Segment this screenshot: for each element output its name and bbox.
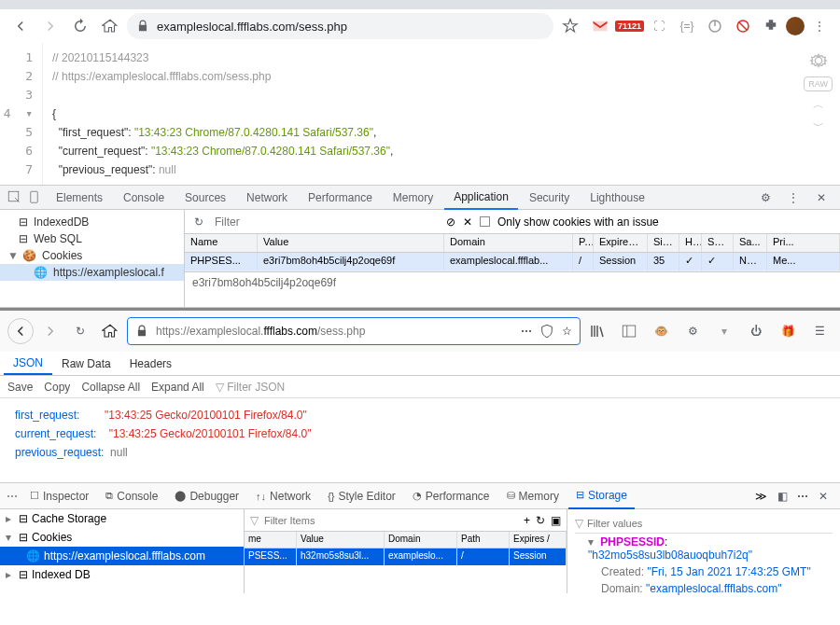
- tab-headers[interactable]: Headers: [120, 352, 181, 375]
- power-icon[interactable]: ⏻: [743, 318, 769, 344]
- star-icon[interactable]: [557, 13, 583, 39]
- ext-icon-3[interactable]: ▾: [711, 318, 737, 344]
- tab-raw[interactable]: Raw Data: [52, 352, 120, 375]
- tree-indexeddb[interactable]: ⊟ IndexedDB: [0, 214, 184, 230]
- th-path[interactable]: Path: [457, 532, 510, 548]
- th-expires[interactable]: Expires /: [510, 532, 567, 548]
- add-icon[interactable]: +: [524, 514, 530, 527]
- dock-icon[interactable]: ◧: [769, 483, 795, 509]
- shield-icon[interactable]: [539, 324, 554, 339]
- clear-icon[interactable]: ✕: [463, 215, 472, 229]
- device-icon[interactable]: [26, 185, 45, 211]
- ext-icon-1[interactable]: ⛶: [646, 13, 672, 39]
- home-button[interactable]: [97, 318, 123, 344]
- th-secure[interactable]: Sec...: [702, 234, 734, 252]
- filter-items-input[interactable]: [264, 515, 518, 526]
- th-size[interactable]: Size: [648, 234, 679, 252]
- tree-cookie-domain[interactable]: 🌐 https://exampleslocal.f: [0, 264, 184, 281]
- menu-icon[interactable]: ☰: [806, 318, 833, 344]
- tree-cache[interactable]: ▸⊟ Cache Storage: [0, 509, 244, 528]
- address-bar[interactable]: exampleslocal.ffflabs.com/sess.php: [127, 13, 553, 39]
- expand-button[interactable]: Expand All: [151, 381, 204, 394]
- power-icon[interactable]: [702, 13, 728, 39]
- close-icon[interactable]: ⋯: [4, 483, 21, 509]
- tab-style[interactable]: {} Style Editor: [320, 483, 403, 509]
- tree-indexed[interactable]: ▸⊟ Indexed DB: [0, 565, 244, 584]
- page-actions-icon[interactable]: ⋯: [521, 325, 532, 338]
- tab-storage[interactable]: ⊟ Storage: [568, 483, 635, 509]
- gmail-icon[interactable]: [587, 13, 613, 39]
- tree-cookie-domain[interactable]: 🌐 https://exampleslocal.ffflabs.com: [0, 547, 244, 565]
- close-icon[interactable]: ✕: [808, 185, 834, 211]
- more-icon[interactable]: ⋮: [780, 185, 806, 211]
- back-button[interactable]: [7, 318, 34, 344]
- tab-json[interactable]: JSON: [4, 352, 52, 375]
- tree-cookies[interactable]: ▼🍪 Cookies: [0, 247, 184, 264]
- menu-icon[interactable]: ⋮: [806, 13, 833, 39]
- reload-button[interactable]: [67, 13, 93, 39]
- collapse-button[interactable]: Collapse All: [81, 381, 140, 394]
- tab-memory[interactable]: Memory: [384, 186, 442, 210]
- avatar[interactable]: [786, 17, 805, 35]
- forward-button[interactable]: [37, 13, 63, 39]
- tab-console[interactable]: Console: [114, 186, 174, 210]
- th-samesite[interactable]: Sa...: [734, 234, 767, 252]
- back-button[interactable]: [7, 13, 34, 39]
- tab-elements[interactable]: Elements: [47, 186, 112, 210]
- th-priority[interactable]: Pri...: [767, 234, 840, 252]
- th-name[interactable]: me: [245, 532, 297, 548]
- gear-icon[interactable]: [808, 50, 829, 71]
- ext-icon-2[interactable]: {=}: [674, 13, 700, 39]
- th-http[interactable]: H...: [679, 234, 702, 252]
- th-path[interactable]: P...: [573, 234, 594, 252]
- tab-performance[interactable]: ◔ Performance: [405, 483, 497, 509]
- chevron-down-icon[interactable]: ﹀: [813, 118, 824, 134]
- tab-network[interactable]: ↑↓ Network: [248, 483, 318, 509]
- address-bar[interactable]: https://exampleslocal.ffflabs.com/sess.p…: [127, 317, 581, 345]
- library-icon[interactable]: [584, 318, 610, 344]
- tab-console[interactable]: ⧉ Console: [98, 483, 165, 509]
- th-expires[interactable]: Expires...: [594, 234, 648, 252]
- th-name[interactable]: Name: [185, 234, 258, 252]
- copy-button[interactable]: Copy: [44, 381, 70, 394]
- filter-values-input[interactable]: [587, 518, 833, 529]
- home-button[interactable]: [97, 13, 123, 39]
- th-domain[interactable]: Domain: [444, 234, 573, 252]
- forward-button[interactable]: [37, 318, 63, 344]
- inspect-icon[interactable]: [6, 185, 24, 211]
- ext-icon-4[interactable]: 🎁: [775, 318, 801, 344]
- refresh-icon[interactable]: ↻: [536, 514, 545, 527]
- th-value[interactable]: Value: [297, 532, 385, 548]
- tab-application[interactable]: Application: [444, 186, 518, 210]
- tab-memory[interactable]: ⛁ Memory: [499, 483, 567, 509]
- filter-json[interactable]: Filter JSON: [227, 381, 285, 394]
- sidebar-icon[interactable]: [616, 318, 642, 344]
- chevron-up-icon[interactable]: ︿: [813, 97, 824, 113]
- tree-websql[interactable]: ⊟ Web SQL: [0, 230, 184, 247]
- star-icon[interactable]: ☆: [562, 325, 572, 338]
- filter-input[interactable]: [215, 215, 439, 229]
- tab-sources[interactable]: Sources: [175, 186, 235, 210]
- cookie-row[interactable]: PHPSES... e3ri7bm8oh4b5cilj4p2oqe69f exa…: [185, 253, 840, 271]
- close-icon[interactable]: ✕: [810, 483, 836, 509]
- ext-icon-2[interactable]: ⚙: [679, 318, 706, 344]
- tab-inspector[interactable]: ☐ Inspector: [22, 483, 96, 509]
- save-button[interactable]: Save: [7, 381, 33, 394]
- sidebar-toggle-icon[interactable]: ▣: [551, 514, 561, 527]
- th-domain[interactable]: Domain: [385, 532, 457, 548]
- more-icon[interactable]: ≫: [755, 490, 767, 503]
- tab-debugger[interactable]: ⬤ Debugger: [167, 483, 246, 509]
- ext-icon-1[interactable]: 🐵: [648, 318, 674, 344]
- block-icon[interactable]: ⊘: [446, 215, 455, 229]
- tab-security[interactable]: Security: [520, 186, 579, 210]
- menu-icon[interactable]: ⋯: [797, 490, 808, 503]
- tab-lighthouse[interactable]: Lighthouse: [581, 186, 654, 210]
- refresh-icon[interactable]: ↻: [190, 209, 207, 235]
- raw-button[interactable]: RAW: [804, 76, 833, 91]
- th-value[interactable]: Value: [258, 234, 444, 252]
- block-icon[interactable]: [730, 13, 756, 39]
- tab-network[interactable]: Network: [237, 186, 297, 210]
- gear-icon[interactable]: ⚙: [752, 185, 778, 211]
- cookie-row[interactable]: PSESS... h32mo5s8su3l... exampleslo... /…: [245, 549, 567, 565]
- issue-checkbox[interactable]: [480, 216, 490, 227]
